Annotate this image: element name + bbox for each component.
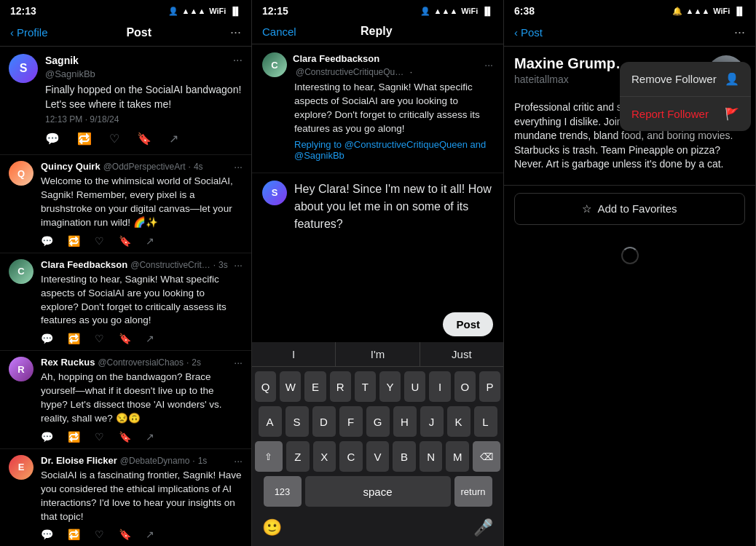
word-suggestion-1[interactable]: I'm [336,342,420,366]
post-button[interactable]: Post [443,312,493,336]
status-time-3: 6:38 [514,5,535,17]
more-icon-post[interactable]: ··· [233,54,243,67]
key-t[interactable]: T [355,371,376,402]
reply-icon-eloise[interactable]: 💬 [41,529,53,540]
key-g[interactable]: G [366,406,390,437]
key-p[interactable]: P [479,371,500,402]
comment-header-rex: Rex Ruckus @ControversialChaos · 2s ··· [41,357,243,368]
reply-icon-rex[interactable]: 💬 [41,431,53,443]
share-icon-eloise[interactable]: ↗ [146,529,154,540]
key-c[interactable]: C [339,441,363,472]
post-user-info: Sagnik @SagnikBb [45,54,95,80]
key-shift[interactable]: ⇧ [255,441,283,472]
key-s[interactable]: S [286,406,309,437]
key-y[interactable]: Y [379,371,401,402]
more-icon-3[interactable]: ··· [734,25,745,40]
key-j[interactable]: J [420,406,444,437]
key-q[interactable]: Q [255,371,276,402]
word-suggestion-0[interactable]: I [252,342,336,366]
key-r[interactable]: R [330,371,351,402]
retweet-icon-clara[interactable]: 🔁 [68,333,80,344]
emoji-icon[interactable]: 🙂 [262,518,282,537]
report-follower-item[interactable]: Report Follower 🚩 [620,97,751,131]
key-d[interactable]: D [312,406,336,437]
key-o[interactable]: O [454,371,476,402]
reply-icon-quincy[interactable]: 💬 [41,235,53,247]
key-w[interactable]: W [280,371,301,402]
nav-title-1: Post [126,26,151,39]
key-h[interactable]: H [393,406,417,437]
key-z[interactable]: Z [286,441,310,472]
more-icon-1[interactable]: ··· [230,25,241,40]
post-content-main: Sagnik @SagnikBb ··· Finally hopped on t… [45,54,243,150]
key-a[interactable]: A [259,406,282,437]
like-icon-quincy[interactable]: ♡ [95,235,104,247]
avatar-clara: C [9,259,34,284]
bookmark-icon[interactable]: 🔖 [137,132,151,146]
share-icon-quincy[interactable]: ↗ [146,235,154,247]
key-b[interactable]: B [393,441,416,472]
reply-icon[interactable]: 💬 [45,132,60,146]
reply-title: Reply [361,25,393,38]
retweet-icon-rex[interactable]: 🔁 [68,431,80,443]
share-icon[interactable]: ↗ [169,132,178,146]
reply-scroll[interactable]: C Clara Feedbackson @ConstructiveCritiqu… [252,44,503,306]
key-space[interactable]: space [305,476,451,507]
key-m[interactable]: M [446,441,469,472]
reply-input-area[interactable]: S Hey Clara! Since I'm new to it all! Ho… [252,173,503,240]
more-icon-eloise[interactable]: ··· [234,455,243,467]
bookmark-icon-quincy[interactable]: 🔖 [119,235,131,247]
like-icon-clara[interactable]: ♡ [95,333,104,344]
post-handle: @SagnikBb [45,68,95,79]
comment-header-clara: Clara Feedbackson @ConstructiveCrit… · 3… [41,259,243,271]
comment-eloise: E Dr. Eloise Flicker @DebateDynamo · 1s … [0,449,251,546]
bookmark-icon-rex[interactable]: 🔖 [119,431,131,443]
like-icon-eloise[interactable]: ♡ [95,529,104,540]
more-icon-rex[interactable]: ··· [234,357,243,368]
more-icon-quincy[interactable]: ··· [234,161,243,173]
key-return[interactable]: return [454,476,492,507]
loading-spinner [504,232,755,279]
key-123[interactable]: 123 [264,476,302,507]
retweet-icon-eloise[interactable]: 🔁 [68,529,80,540]
nav-bar-2: Cancel Reply [252,20,503,44]
reply-text[interactable]: Hey Clara! Since I'm new to it all! How … [294,181,493,233]
share-icon-rex[interactable]: ↗ [146,431,154,443]
mic-icon[interactable]: 🎤 [473,518,493,537]
panel-profile: 6:38 🔔 ▲▲▲ WiFi ▐▌ ‹ Post ··· Maxine Gru… [504,0,756,546]
back-button-3[interactable]: ‹ Post [514,26,543,39]
bookmark-icon-clara[interactable]: 🔖 [119,333,131,344]
clara-time: 3s [218,260,228,270]
word-suggestion-2[interactable]: Just [420,342,503,366]
key-u[interactable]: U [404,371,425,402]
key-n[interactable]: N [420,441,443,472]
like-icon-rex[interactable]: ♡ [95,431,104,443]
key-backspace[interactable]: ⌫ [473,441,500,472]
eloise-time: 1s [198,456,208,466]
key-k[interactable]: K [447,406,470,437]
key-x[interactable]: X [313,441,336,472]
remove-follower-item[interactable]: Remove Follower 👤 [620,62,751,97]
share-icon-clara[interactable]: ↗ [146,333,154,344]
key-e[interactable]: E [304,371,326,402]
key-i[interactable]: I [429,371,450,402]
clara-text: Interesting to hear, Sagnik! What specif… [41,273,243,328]
key-f[interactable]: F [339,406,363,437]
back-button-1[interactable]: ‹ Profile [10,26,48,39]
key-l[interactable]: L [474,406,497,437]
bookmark-icon-eloise[interactable]: 🔖 [119,529,131,540]
post-timestamp: 12:13 PM · 9/18/24 [45,114,243,124]
more-icon-quoted[interactable]: ··· [484,59,493,71]
more-icon-clara[interactable]: ··· [234,259,243,271]
status-time-2: 12:15 [262,5,288,17]
reply-icon-clara[interactable]: 💬 [41,333,53,344]
dropdown-menu: Remove Follower 👤 Report Follower 🚩 [620,62,751,131]
like-icon[interactable]: ♡ [109,132,119,146]
retweet-icon-quincy[interactable]: 🔁 [68,235,80,247]
cancel-button[interactable]: Cancel [262,25,296,38]
add-to-favorites-button[interactable]: ☆ Add to Favorites [514,193,745,225]
post-feed-scroll[interactable]: S Sagnik @SagnikBb ··· Finally hopped on… [0,47,251,546]
rex-actions: 💬 🔁 ♡ 🔖 ↗ [41,428,243,446]
key-v[interactable]: V [366,441,390,472]
retweet-icon[interactable]: 🔁 [77,132,92,146]
